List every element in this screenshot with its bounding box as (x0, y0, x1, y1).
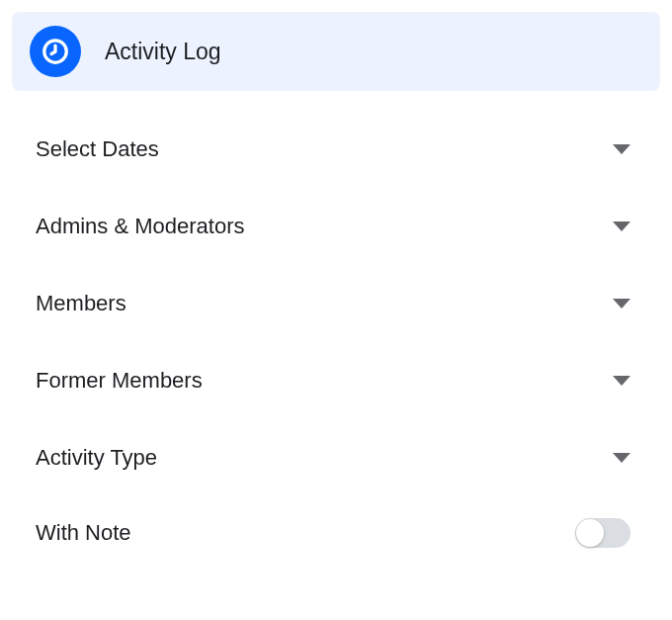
filter-label: Former Members (36, 368, 203, 394)
filter-label: Members (36, 291, 126, 316)
with-note-row: With Note (36, 496, 636, 554)
filter-admins-moderators[interactable]: Admins & Moderators (36, 188, 636, 265)
filter-label: Admins & Moderators (36, 214, 245, 239)
chevron-down-icon (613, 376, 630, 386)
filter-select-dates[interactable]: Select Dates (36, 111, 636, 188)
filter-former-members[interactable]: Former Members (36, 342, 636, 419)
filter-activity-type[interactable]: Activity Type (36, 419, 636, 496)
page-title: Activity Log (105, 39, 221, 65)
toggle-label: With Note (36, 520, 131, 546)
chevron-down-icon (613, 144, 630, 154)
activity-log-panel: Activity Log Select Dates Admins & Moder… (0, 0, 672, 566)
chevron-down-icon (613, 299, 630, 309)
clock-icon (30, 26, 81, 77)
activity-log-header[interactable]: Activity Log (12, 12, 660, 91)
with-note-toggle[interactable] (575, 518, 630, 548)
filter-label: Activity Type (36, 445, 157, 471)
filter-label: Select Dates (36, 136, 159, 162)
filters-list: Select Dates Admins & Moderators Members… (12, 91, 660, 554)
filter-members[interactable]: Members (36, 265, 636, 342)
chevron-down-icon (613, 221, 630, 231)
toggle-knob (576, 519, 604, 547)
chevron-down-icon (613, 453, 630, 463)
